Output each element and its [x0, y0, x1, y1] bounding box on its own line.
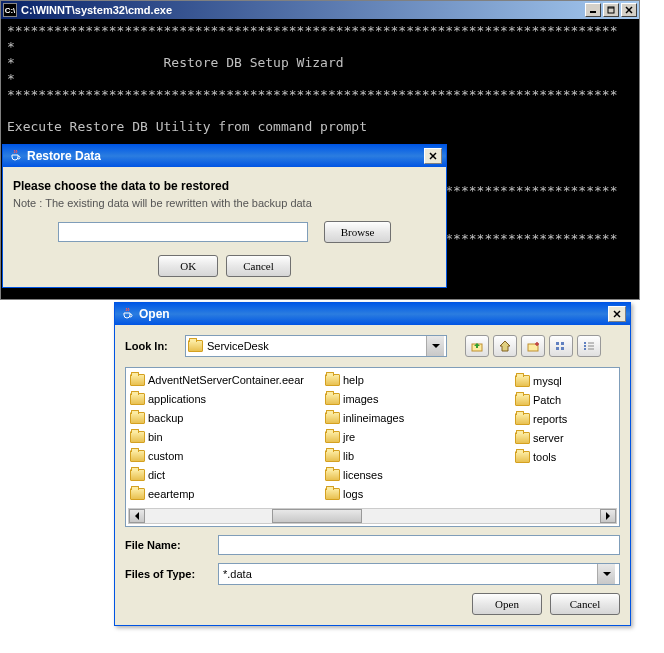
list-item[interactable]: AdventNetServerContainer.eear	[130, 372, 325, 389]
list-item[interactable]: images	[325, 391, 515, 408]
folder-icon	[325, 488, 340, 500]
folder-icon	[130, 374, 145, 386]
filename-label: File Name:	[125, 539, 210, 551]
list-item[interactable]: backup	[130, 410, 325, 427]
list-item[interactable]: eeartemp	[130, 485, 325, 502]
svg-rect-13	[561, 342, 564, 345]
minimize-button[interactable]	[585, 3, 601, 17]
svg-rect-11	[556, 342, 559, 345]
list-item[interactable]: reports	[515, 410, 610, 427]
lookin-combo[interactable]: ServiceDesk	[185, 335, 447, 357]
svg-rect-12	[556, 347, 559, 350]
open-titlebar: Open	[115, 303, 630, 325]
scroll-right-button[interactable]	[600, 509, 616, 523]
folder-icon	[325, 431, 340, 443]
horizontal-scrollbar[interactable]	[128, 508, 617, 524]
list-item[interactable]: applications	[130, 391, 325, 408]
details-view-button[interactable]	[577, 335, 601, 357]
folder-icon	[515, 432, 530, 444]
file-col-2: help images inlineimages jre lib license…	[325, 372, 515, 502]
file-list-area: AdventNetServerContainer.eear applicatio…	[125, 367, 620, 527]
folder-icon	[130, 412, 145, 424]
cmd-title: C:\WINNT\system32\cmd.exe	[21, 4, 585, 16]
list-item[interactable]: licenses	[325, 466, 515, 483]
folder-icon	[325, 393, 340, 405]
java-icon	[7, 148, 23, 164]
chevron-down-icon[interactable]	[426, 336, 444, 356]
lookin-label: Look In:	[125, 340, 177, 352]
open-button[interactable]: Open	[472, 593, 542, 615]
new-folder-button[interactable]	[521, 335, 545, 357]
cancel-button[interactable]: Cancel	[550, 593, 620, 615]
svg-rect-14	[561, 347, 564, 350]
scroll-left-button[interactable]	[129, 509, 145, 523]
list-view-button[interactable]	[549, 335, 573, 357]
chevron-down-icon[interactable]	[597, 564, 615, 584]
list-item[interactable]: lib	[325, 447, 515, 464]
svg-rect-15	[584, 342, 586, 344]
maximize-button[interactable]	[603, 3, 619, 17]
folder-icon	[325, 412, 340, 424]
list-item[interactable]: Patch	[515, 391, 610, 408]
up-folder-button[interactable]	[465, 335, 489, 357]
folder-icon	[130, 450, 145, 462]
list-item[interactable]: mysql	[515, 372, 610, 389]
filetype-label: Files of Type:	[125, 568, 210, 580]
cmd-titlebar: C:\ C:\WINNT\system32\cmd.exe	[1, 1, 639, 19]
close-button[interactable]	[424, 148, 442, 164]
restore-heading: Please choose the data to be restored	[13, 179, 436, 193]
close-button[interactable]	[608, 306, 626, 322]
folder-icon	[130, 431, 145, 443]
cmd-icon: C:\	[3, 3, 17, 17]
list-item[interactable]: inlineimages	[325, 410, 515, 427]
restore-title: Restore Data	[27, 149, 101, 163]
folder-icon	[188, 340, 203, 352]
restore-dialog: Restore Data Please choose the data to b…	[2, 144, 447, 288]
filetype-value: *.data	[223, 568, 252, 580]
open-title: Open	[139, 307, 170, 321]
list-item[interactable]: jre	[325, 429, 515, 446]
folder-icon	[515, 375, 530, 387]
folder-icon	[325, 450, 340, 462]
folder-icon	[130, 488, 145, 500]
folder-icon	[515, 394, 530, 406]
filename-input[interactable]	[218, 535, 620, 555]
list-item[interactable]: bin	[130, 429, 325, 446]
restore-note: Note : The existing data will be rewritt…	[13, 197, 436, 209]
lookin-value: ServiceDesk	[207, 340, 269, 352]
file-col-3: mysql Patch reports server tools	[515, 372, 610, 502]
list-item[interactable]: server	[515, 429, 610, 446]
svg-rect-17	[584, 348, 586, 350]
file-col-1: AdventNetServerContainer.eear applicatio…	[130, 372, 325, 502]
list-item[interactable]: tools	[515, 448, 610, 465]
cancel-button[interactable]: Cancel	[226, 255, 291, 277]
browse-button[interactable]: Browse	[324, 221, 392, 243]
list-item[interactable]: custom	[130, 447, 325, 464]
folder-icon	[130, 469, 145, 481]
filetype-combo[interactable]: *.data	[218, 563, 620, 585]
home-button[interactable]	[493, 335, 517, 357]
folder-icon	[325, 374, 340, 386]
list-item[interactable]: dict	[130, 466, 325, 483]
list-item[interactable]: logs	[325, 485, 515, 502]
folder-icon	[130, 393, 145, 405]
open-dialog: Open Look In: ServiceDesk Adve	[114, 302, 631, 626]
folder-icon	[515, 451, 530, 463]
scroll-thumb[interactable]	[272, 509, 362, 523]
svg-rect-16	[584, 345, 586, 347]
restore-path-input[interactable]	[58, 222, 308, 242]
restore-titlebar: Restore Data	[3, 145, 446, 167]
close-button[interactable]	[621, 3, 637, 17]
java-icon	[119, 306, 135, 322]
ok-button[interactable]: OK	[158, 255, 218, 277]
folder-icon	[325, 469, 340, 481]
folder-icon	[515, 413, 530, 425]
list-item[interactable]: help	[325, 372, 515, 389]
